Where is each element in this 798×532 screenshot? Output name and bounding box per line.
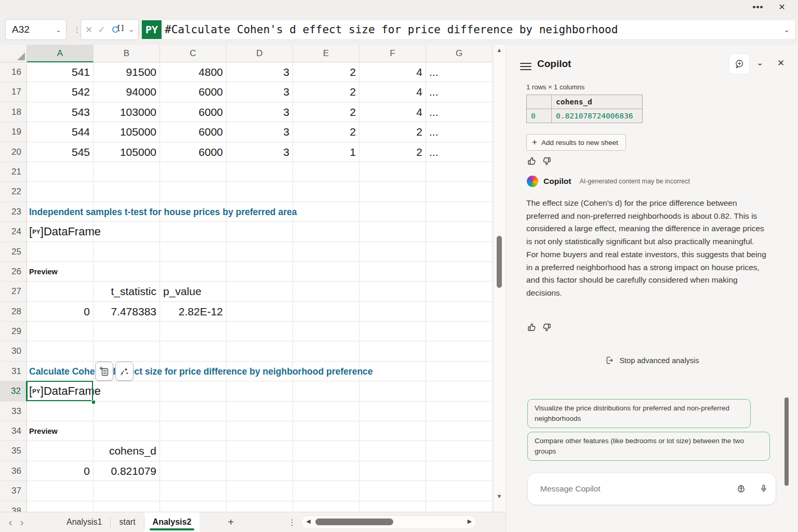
cell-F30[interactable] <box>360 341 426 361</box>
cell-G24[interactable] <box>426 222 493 242</box>
cell-B17[interactable]: 94000 <box>94 82 160 102</box>
row-header-25[interactable]: 25 <box>0 242 27 262</box>
row-header-30[interactable]: 30 <box>0 341 27 361</box>
cell-A32[interactable] <box>27 381 94 401</box>
cell-F34[interactable] <box>360 421 426 441</box>
scrollbar-thumb[interactable] <box>497 236 502 288</box>
formula-input[interactable]: #Calculate Cohen's d effect size for pri… <box>162 20 795 39</box>
window-close-icon[interactable]: ✕ <box>773 1 791 14</box>
cell-E31[interactable] <box>293 362 360 381</box>
confirm-icon[interactable]: ✓ <box>98 24 105 35</box>
cell-F17[interactable]: 4 <box>360 82 426 102</box>
cell-D32[interactable] <box>227 381 293 401</box>
cell-D28[interactable] <box>227 302 293 322</box>
cell-C30[interactable] <box>160 341 227 361</box>
cell-E25[interactable] <box>293 242 360 262</box>
cell-D18[interactable]: 3 <box>227 102 293 122</box>
cell-E35[interactable] <box>293 441 360 461</box>
cell-A16[interactable]: 541 <box>27 62 94 82</box>
column-header-D[interactable]: D <box>227 45 293 62</box>
cell-E32[interactable] <box>293 381 360 401</box>
cell-F27[interactable] <box>360 282 426 301</box>
row-header-28[interactable]: 28 <box>0 302 27 322</box>
cell-A33[interactable] <box>27 402 94 421</box>
panel-scrollbar-thumb[interactable] <box>784 397 789 486</box>
scrollbar-thumb[interactable] <box>315 518 393 525</box>
cell-A18[interactable]: 543 <box>27 102 94 122</box>
cell-A29[interactable] <box>27 322 94 341</box>
cell-D23[interactable] <box>227 202 293 222</box>
row-header-26[interactable]: 26 <box>0 262 27 282</box>
cell-C27[interactable]: p_value <box>160 282 227 301</box>
cell-E19[interactable]: 2 <box>293 122 360 142</box>
cell-B38[interactable] <box>94 501 160 512</box>
message-input[interactable] <box>528 484 730 494</box>
cell-F28[interactable] <box>360 302 426 322</box>
cell-F31[interactable] <box>360 362 426 381</box>
cell-A30[interactable] <box>27 341 94 361</box>
cell-B21[interactable] <box>94 162 160 182</box>
cell-B30[interactable] <box>94 341 160 361</box>
cell-G37[interactable] <box>426 481 493 501</box>
cell-A35[interactable] <box>27 441 94 461</box>
cell-E37[interactable] <box>293 481 360 501</box>
cell-E26[interactable] <box>293 262 360 282</box>
cell-A24[interactable] <box>27 222 94 242</box>
cell-F21[interactable] <box>360 162 426 182</box>
cell-C19[interactable]: 6000 <box>160 122 227 142</box>
cell-F18[interactable]: 4 <box>360 102 426 122</box>
cell-B27[interactable]: t_statistic <box>94 282 160 301</box>
cell-D19[interactable]: 3 <box>227 122 293 142</box>
cell-F23[interactable] <box>360 202 426 222</box>
cell-D21[interactable] <box>227 162 293 182</box>
row-header-34[interactable]: 34 <box>0 421 27 441</box>
cell-D38[interactable] <box>227 501 293 512</box>
cell-G19[interactable]: ... <box>426 122 493 142</box>
row-header-31[interactable]: 31 <box>0 362 27 381</box>
cell-A19[interactable]: 544 <box>27 122 94 142</box>
cell-B25[interactable] <box>94 242 160 262</box>
cell-C35[interactable] <box>160 441 227 461</box>
cell-B34[interactable] <box>94 421 160 441</box>
cell-D26[interactable] <box>227 262 293 282</box>
row-header-23[interactable]: 23 <box>0 202 27 222</box>
cell-G35[interactable] <box>426 441 493 461</box>
row-header-35[interactable]: 35 <box>0 441 27 461</box>
cell-D24[interactable] <box>227 222 293 242</box>
add-results-button[interactable]: + Add results to new sheet <box>526 134 626 151</box>
cell-E28[interactable] <box>293 302 360 322</box>
cell-G30[interactable] <box>426 341 493 361</box>
cell-F20[interactable]: 2 <box>360 142 426 162</box>
cell-G31[interactable] <box>426 362 493 381</box>
thumbs-down-icon[interactable] <box>542 156 552 166</box>
cell-C28[interactable]: 2.82E-12 <box>160 302 227 322</box>
cell-G33[interactable] <box>426 402 493 421</box>
cell-B16[interactable]: 91500 <box>94 62 160 82</box>
column-header-A[interactable]: A <box>27 45 94 62</box>
cell-B35[interactable]: cohens_d <box>94 441 160 461</box>
cell-D35[interactable] <box>227 441 293 461</box>
cell-E29[interactable] <box>293 322 360 341</box>
cell-A21[interactable] <box>27 162 94 182</box>
cell-A23[interactable] <box>27 202 94 222</box>
formula-expand-icon[interactable]: ⌄ <box>783 25 795 34</box>
cell-D36[interactable] <box>227 461 293 481</box>
cell-D16[interactable]: 3 <box>227 62 293 82</box>
cell-D22[interactable] <box>227 182 293 202</box>
cell-F32[interactable] <box>360 381 426 401</box>
cell-D30[interactable] <box>227 341 293 361</box>
name-box[interactable]: A32 ⌄ <box>5 19 66 40</box>
cell-C36[interactable] <box>160 461 227 481</box>
cell-C26[interactable] <box>160 262 227 282</box>
tab-analysis1[interactable]: Analysis1 <box>58 512 110 532</box>
cell-A28[interactable]: 0 <box>27 302 94 322</box>
cell-G17[interactable]: ... <box>426 82 493 102</box>
cell-C20[interactable]: 6000 <box>160 142 227 162</box>
row-header-22[interactable]: 22 <box>0 182 27 202</box>
row-header-19[interactable]: 19 <box>0 122 27 142</box>
cell-G20[interactable]: ... <box>426 142 493 162</box>
cell-C25[interactable] <box>160 242 227 262</box>
cell-B24[interactable] <box>94 222 160 242</box>
cell-D33[interactable] <box>227 402 293 421</box>
cell-F35[interactable] <box>360 441 426 461</box>
